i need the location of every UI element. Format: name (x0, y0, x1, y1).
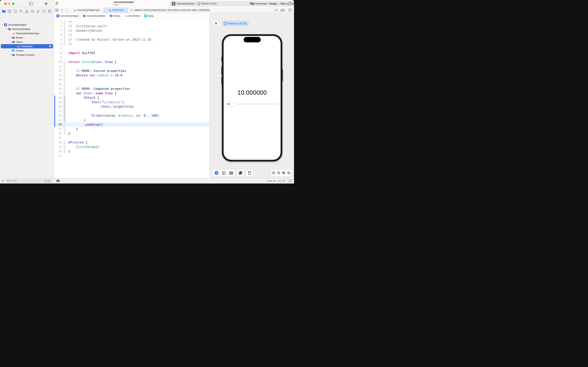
line-number[interactable]: 9 (54, 55, 63, 60)
disclosure-closed-icon[interactable]: ▸ (9, 37, 11, 39)
scheme-destination-bar[interactable]: A GeometryHelper ⟩ iPhone 15 Pro Geometr… (170, 1, 294, 6)
line-number[interactable]: 16 (54, 86, 63, 91)
line-number[interactable]: 18 (54, 95, 63, 100)
line-number[interactable]: 30 (54, 149, 63, 154)
zoom-fit-icon[interactable] (281, 170, 286, 176)
breadcrumb-item-circleview[interactable]: ⟩CircleView (120, 14, 140, 17)
line-number[interactable]: 27 (54, 136, 63, 140)
toggle-inspector-icon[interactable] (288, 2, 292, 5)
source-control-change-indicator[interactable] (56, 180, 60, 182)
breadcrumb-item-body[interactable]: ⟩Pbody (140, 14, 154, 17)
add-file-button[interactable] (1, 180, 4, 182)
disclosure-closed-icon[interactable]: ▸ (9, 54, 11, 56)
line-number[interactable]: 31 (54, 154, 63, 158)
code-line-9[interactable]: 9 (54, 55, 210, 60)
code-line-24[interactable]: 24 .padding() (54, 122, 210, 127)
selectable-preview-button[interactable] (220, 170, 227, 176)
line-number[interactable]: 5 (54, 37, 63, 42)
navigate-forward-icon[interactable] (64, 9, 69, 12)
line-number[interactable]: 12 (54, 69, 63, 73)
line-number[interactable]: 11 (54, 64, 63, 69)
line-number[interactable]: 23 (54, 118, 63, 122)
navigate-back-icon[interactable] (60, 9, 64, 12)
project-navigator-icon[interactable] (1, 9, 6, 14)
line-number[interactable]: 8 (54, 51, 63, 55)
scheme-name[interactable]: GeometryHelper (177, 2, 195, 5)
sidebar-item-model[interactable]: ▸Model (0, 36, 54, 40)
keyboard-shortcuts-icon[interactable] (288, 179, 292, 182)
code-line-26[interactable]: 26} (54, 131, 210, 136)
line-number[interactable]: 14 (54, 78, 63, 82)
disclosure-open-icon[interactable]: ▾ (9, 41, 11, 43)
code-line-12[interactable]: 12 // MARK: Stored properties (54, 69, 210, 73)
code-editor[interactable]: 1//2// CircleView.swift3// GeometryHelpe… (54, 19, 210, 178)
run-button[interactable] (45, 2, 48, 5)
code-line-20[interactable]: 20 .font(.largeTitle) (54, 104, 210, 109)
debug-navigator-icon[interactable] (36, 9, 41, 14)
line-number[interactable]: 21 (54, 109, 63, 113)
preview-device-button[interactable] (246, 170, 253, 176)
sidebar-item-geometryhelperapp[interactable]: GeometryHelperApp (0, 31, 54, 35)
code-line-5[interactable]: 5// Created by Russell Gordon on 2023-11… (54, 37, 210, 42)
toggle-left-sidebar-icon[interactable] (29, 2, 33, 5)
code-line-22[interactable]: 22 Slider(value: $radius, in: 0...100) (54, 113, 210, 118)
line-number[interactable]: 17 (54, 91, 63, 95)
code-line-14[interactable]: 14 (54, 78, 210, 82)
disclosure-open-icon[interactable]: ▾ (1, 24, 3, 26)
code-line-8[interactable]: 8import SwiftUI (54, 51, 210, 55)
line-number[interactable]: 22 (54, 113, 63, 118)
line-number[interactable]: 26 (54, 131, 63, 136)
code-line-18[interactable]: 18 VStack { (54, 95, 210, 100)
code-line-31[interactable]: 31 (54, 154, 210, 158)
swap-editor-icon[interactable] (275, 9, 278, 11)
line-number[interactable]: 13 (54, 73, 63, 78)
tab-geometryhelperapp[interactable]: GeometryHelperApp (69, 7, 104, 13)
line-number[interactable]: 19 (54, 100, 63, 104)
line-number[interactable]: 29 (54, 145, 63, 149)
zoom-out-icon[interactable] (271, 170, 276, 176)
device-icon[interactable] (246, 170, 253, 176)
zoom-in-icon[interactable] (286, 170, 291, 176)
code-line-30[interactable]: 30} (54, 149, 210, 154)
filter-input[interactable]: Filter (6, 179, 52, 183)
find-navigator-icon[interactable] (19, 9, 23, 14)
code-line-19[interactable]: 19 Text("\(radius)") (54, 100, 210, 104)
code-line-1[interactable]: 1// (54, 19, 210, 24)
code-line-3[interactable]: 3// GeometryHelper (54, 28, 210, 33)
code-line-13[interactable]: 13 @State var radius = 10.0 (54, 73, 210, 78)
code-line-16[interactable]: 16 // MARK: Computed properties (54, 86, 210, 91)
cloud-sync-icon[interactable] (249, 1, 254, 5)
line-number[interactable]: 2 (54, 24, 63, 28)
line-number[interactable]: 10 (54, 60, 63, 64)
sidebar-item-geometryhelper[interactable]: ▾GeometryHelper (0, 27, 54, 31)
code-line-25[interactable]: 25 } (54, 127, 210, 131)
source-control-filter-icon[interactable] (48, 180, 51, 182)
sidebar-item-assets[interactable]: Assets (0, 48, 54, 53)
code-line-23[interactable]: 23 } (54, 118, 210, 122)
code-line-10[interactable]: 10struct CircleView: View { (54, 60, 210, 64)
line-number[interactable]: 7 (54, 46, 63, 51)
minimize-window-button[interactable] (8, 2, 10, 5)
line-number[interactable]: 4 (54, 33, 63, 37)
live-preview-button[interactable] (213, 170, 220, 176)
run-destination[interactable]: iPhone 15 Pro (201, 2, 217, 5)
zoom-window-button[interactable] (12, 2, 14, 5)
tab-overview-icon[interactable] (54, 9, 60, 12)
line-number[interactable]: 20 (54, 104, 63, 109)
line-number[interactable]: 15 (54, 82, 63, 86)
sidebar-item-geometryhelper[interactable]: ▾AGeometryHelper (0, 23, 54, 27)
disclosure-open-icon[interactable]: ▾ (5, 28, 7, 30)
reports-navigator-icon[interactable] (47, 9, 52, 14)
code-line-28[interactable]: 28#Preview { (54, 140, 210, 145)
close-window-button[interactable] (4, 2, 7, 5)
add-editor-button[interactable] (281, 2, 284, 5)
breadcrumb-item-geometryhelper[interactable]: ⟩GeometryHelper (79, 14, 105, 17)
variants-preview-button[interactable] (227, 170, 235, 176)
slider-thumb[interactable] (230, 101, 235, 107)
code-line-17[interactable]: 17 var body: some View { (54, 91, 210, 95)
sidebar-item-preview-content[interactable]: ▸Preview Content (0, 53, 54, 57)
code-line-29[interactable]: 29 CircleView() (54, 145, 210, 149)
bookmarks-navigator-icon[interactable] (13, 9, 18, 14)
preview-jump-button[interactable]: Preview (Line 28) (222, 21, 249, 26)
sidebar-item-views[interactable]: ▾Views (0, 40, 54, 44)
